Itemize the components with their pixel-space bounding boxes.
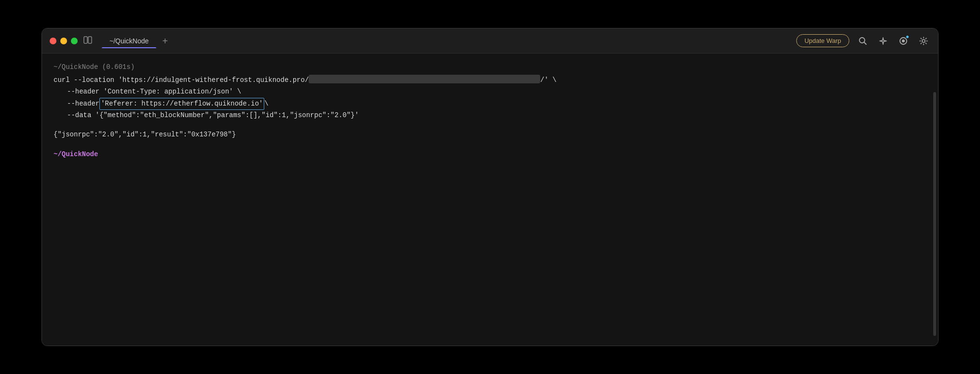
- close-button[interactable]: [50, 38, 56, 44]
- sparkle-button[interactable]: [876, 34, 890, 48]
- traffic-lights: [50, 38, 78, 44]
- update-warp-button[interactable]: Update Warp: [796, 34, 849, 47]
- svg-point-5: [902, 40, 905, 42]
- tabs-area: ~/QuickNode +: [102, 34, 796, 48]
- scrollbar[interactable]: [933, 92, 936, 336]
- toolbar-right: Update Warp: [796, 34, 930, 48]
- cmd-header-1: --header 'Content-Type: application/json…: [67, 86, 241, 98]
- svg-point-6: [922, 40, 925, 42]
- terminal-content: ~/QuickNode (0.601s) curl --location 'ht…: [54, 63, 926, 336]
- tab-quicknode[interactable]: ~/QuickNode: [102, 34, 156, 48]
- split-icon: [83, 36, 92, 46]
- current-prompt[interactable]: ~/QuickNode: [54, 150, 926, 158]
- terminal-body: ~/QuickNode (0.601s) curl --location 'ht…: [42, 53, 938, 346]
- command-block: curl --location 'https://indulgent-withe…: [54, 75, 926, 121]
- command-line-3: --header 'Referer: https://etherflow.qui…: [54, 98, 926, 110]
- new-tab-button[interactable]: +: [158, 34, 172, 48]
- cmd-backslash-2: \: [264, 98, 268, 110]
- cmd-url-redacted: [309, 75, 540, 83]
- notification-button[interactable]: [897, 34, 910, 48]
- cmd-suffix-1: /' \: [540, 75, 557, 86]
- terminal-window: ~/QuickNode + Update Warp: [41, 28, 939, 346]
- command-line-4: --data '{"method":"eth_blockNumber","par…: [54, 110, 926, 121]
- prompt-header: ~/QuickNode (0.601s): [54, 63, 926, 71]
- cmd-curl: curl --location 'https://indulgent-withe…: [54, 75, 309, 86]
- result-line: {"jsonrpc":"2.0","id":1,"result":"0x137e…: [54, 129, 926, 141]
- tab-label: ~/QuickNode: [109, 37, 149, 45]
- svg-line-3: [864, 42, 867, 44]
- cmd-data: --data '{"method":"eth_blockNumber","par…: [67, 110, 359, 121]
- minimize-button[interactable]: [60, 38, 67, 44]
- cmd-referer-highlighted: 'Referer: https://etherflow.quiknode.io': [99, 98, 264, 110]
- notification-dot: [906, 35, 909, 39]
- search-button[interactable]: [856, 34, 870, 48]
- cmd-header-flag: --header: [67, 98, 99, 110]
- command-line-1: curl --location 'https://indulgent-withe…: [54, 75, 926, 86]
- maximize-button[interactable]: [71, 38, 78, 44]
- svg-rect-1: [88, 37, 92, 43]
- svg-rect-0: [84, 37, 87, 43]
- command-line-2: --header 'Content-Type: application/json…: [54, 86, 926, 98]
- title-bar: ~/QuickNode + Update Warp: [42, 28, 938, 53]
- settings-button[interactable]: [917, 34, 930, 48]
